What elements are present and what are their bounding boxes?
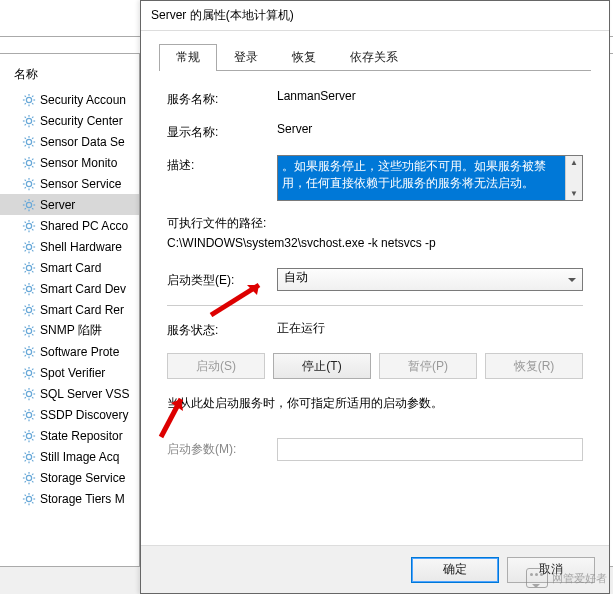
- tab-1[interactable]: 登录: [217, 44, 275, 71]
- svg-line-167: [25, 473, 26, 474]
- svg-line-32: [25, 158, 26, 159]
- description-scrollbar[interactable]: ▲ ▼: [565, 156, 582, 200]
- list-item[interactable]: Smart Card: [0, 257, 139, 278]
- list-item-label: Shell Hardware: [40, 240, 122, 254]
- description-label: 描述:: [167, 155, 277, 174]
- ok-button[interactable]: 确定: [411, 557, 499, 583]
- svg-line-70: [25, 250, 26, 251]
- svg-point-45: [26, 202, 31, 207]
- svg-line-52: [25, 208, 26, 209]
- svg-point-144: [26, 433, 31, 438]
- display-name-value: Server: [277, 122, 583, 136]
- svg-line-97: [25, 313, 26, 314]
- stop-button[interactable]: 停止(T): [273, 353, 371, 379]
- svg-line-24: [32, 145, 33, 146]
- list-item[interactable]: Software Prote: [0, 341, 139, 362]
- svg-point-135: [26, 412, 31, 417]
- list-item-label: Software Prote: [40, 345, 119, 359]
- svg-line-86: [25, 284, 26, 285]
- gear-icon: [22, 303, 36, 317]
- list-item[interactable]: SSDP Discovery: [0, 404, 139, 425]
- startup-note: 当从此处启动服务时，你可指定所适用的启动参数。: [167, 395, 583, 412]
- svg-line-62: [32, 221, 33, 222]
- svg-line-133: [25, 397, 26, 398]
- scroll-down-icon[interactable]: ▼: [566, 187, 582, 200]
- svg-point-63: [26, 244, 31, 249]
- list-item[interactable]: SQL Server VSS: [0, 383, 139, 404]
- svg-line-113: [25, 347, 26, 348]
- list-item[interactable]: Still Image Acq: [0, 446, 139, 467]
- list-item[interactable]: State Repositor: [0, 425, 139, 446]
- svg-line-53: [32, 200, 33, 201]
- svg-line-35: [32, 158, 33, 159]
- list-item[interactable]: Shared PC Acco: [0, 215, 139, 236]
- service-name-label: 服务名称:: [167, 89, 277, 108]
- svg-line-61: [25, 229, 26, 230]
- svg-line-176: [25, 494, 26, 495]
- tab-0[interactable]: 常规: [159, 44, 217, 71]
- svg-line-42: [32, 187, 33, 188]
- svg-line-98: [32, 305, 33, 306]
- startup-params-input: [277, 438, 583, 461]
- svg-line-68: [25, 242, 26, 243]
- list-item[interactable]: Storage Tiers M: [0, 488, 139, 509]
- list-item[interactable]: Security Center: [0, 110, 139, 131]
- list-item[interactable]: Sensor Monito: [0, 152, 139, 173]
- startup-type-label: 启动类型(E):: [167, 270, 277, 289]
- svg-line-140: [25, 410, 26, 411]
- gear-icon: [22, 366, 36, 380]
- list-item-label: SSDP Discovery: [40, 408, 128, 422]
- description-textarea[interactable]: 。如果服务停止，这些功能不可用。如果服务被禁用，任何直接依赖于此服务的服务将无法…: [277, 155, 583, 201]
- gear-icon: [22, 282, 36, 296]
- svg-line-89: [32, 284, 33, 285]
- list-item[interactable]: Smart Card Dev: [0, 278, 139, 299]
- svg-line-125: [32, 368, 33, 369]
- list-item-label: Security Accoun: [40, 93, 126, 107]
- startup-type-select[interactable]: 自动: [277, 268, 583, 291]
- list-item[interactable]: Storage Service: [0, 467, 139, 488]
- svg-line-123: [32, 376, 33, 377]
- svg-point-126: [26, 391, 31, 396]
- list-item[interactable]: Smart Card Rer: [0, 299, 139, 320]
- svg-line-179: [32, 494, 33, 495]
- list-item[interactable]: Server: [0, 194, 139, 215]
- list-item-label: Smart Card Dev: [40, 282, 126, 296]
- svg-line-178: [25, 502, 26, 503]
- gear-icon: [22, 156, 36, 170]
- svg-line-116: [32, 347, 33, 348]
- svg-line-150: [32, 439, 33, 440]
- service-status-label: 服务状态:: [167, 320, 277, 339]
- svg-line-160: [25, 460, 26, 461]
- list-item-label: Still Image Acq: [40, 450, 119, 464]
- scroll-up-icon[interactable]: ▲: [566, 156, 582, 169]
- svg-line-51: [32, 208, 33, 209]
- svg-line-5: [25, 95, 26, 96]
- svg-line-26: [32, 137, 33, 138]
- list-item-label: Storage Tiers M: [40, 492, 125, 506]
- list-item[interactable]: Shell Hardware: [0, 236, 139, 257]
- list-item[interactable]: Security Accoun: [0, 89, 139, 110]
- svg-line-124: [25, 376, 26, 377]
- svg-line-158: [25, 452, 26, 453]
- svg-line-151: [25, 439, 26, 440]
- list-item[interactable]: SNMP 陷阱: [0, 320, 139, 341]
- list-item[interactable]: Spot Verifier: [0, 362, 139, 383]
- svg-line-161: [32, 452, 33, 453]
- services-list-pane: 名称 Security AccounSecurity CenterSensor …: [0, 54, 140, 566]
- tab-3[interactable]: 依存关系: [333, 44, 415, 71]
- svg-line-43: [25, 187, 26, 188]
- svg-line-77: [25, 263, 26, 264]
- svg-point-9: [26, 118, 31, 123]
- svg-line-69: [32, 250, 33, 251]
- list-item[interactable]: Sensor Data Se: [0, 131, 139, 152]
- list-item-label: SQL Server VSS: [40, 387, 130, 401]
- column-header-name[interactable]: 名称: [0, 54, 139, 89]
- svg-line-142: [25, 418, 26, 419]
- svg-line-96: [32, 313, 33, 314]
- svg-line-15: [32, 124, 33, 125]
- resume-button: 恢复(R): [485, 353, 583, 379]
- list-item[interactable]: Sensor Service: [0, 173, 139, 194]
- list-item-label: Shared PC Acco: [40, 219, 128, 233]
- list-item-label: Security Center: [40, 114, 123, 128]
- tab-2[interactable]: 恢复: [275, 44, 333, 71]
